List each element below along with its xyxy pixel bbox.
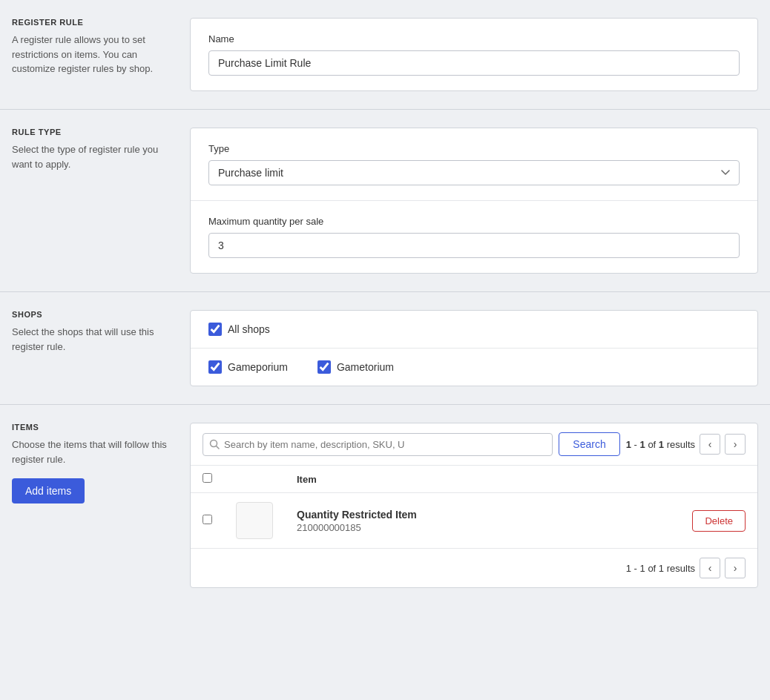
header-item-col: Item xyxy=(285,466,593,493)
max-qty-label: Maximum quantity per sale xyxy=(208,216,740,227)
individual-shops-block: Gameporium Gametorium xyxy=(191,349,757,386)
item-sku: 210000000185 xyxy=(297,522,581,533)
search-bar: Search 1 - 1 of 1 results ‹ › xyxy=(191,423,757,466)
table-header: Item xyxy=(191,466,757,493)
table-row: Quantity Restricted Item 210000000185 De… xyxy=(191,493,757,549)
row-checkbox[interactable] xyxy=(203,515,212,524)
search-button[interactable]: Search xyxy=(559,432,619,456)
next-page-button[interactable]: › xyxy=(725,434,746,455)
row-action-cell: Delete xyxy=(593,493,757,549)
pagination-text: 1 - 1 of 1 results xyxy=(626,439,695,450)
rule-type-card: Type Purchase limit Minimum quantity Max… xyxy=(190,128,758,274)
svg-line-1 xyxy=(217,446,220,449)
rule-type-title: RULE TYPE xyxy=(12,128,172,136)
register-rule-section: REGISTER RULE A register rule allows you… xyxy=(0,0,770,110)
register-rule-left: REGISTER RULE A register rule allows you… xyxy=(12,18,190,91)
pagination-results: results xyxy=(667,439,695,450)
shop2-label: Gametorium xyxy=(337,361,394,373)
pagination-bold-start: 1 xyxy=(626,439,631,450)
footer-prev-page-button[interactable]: ‹ xyxy=(700,558,720,578)
footer-pagination: 1 - 1 of 1 results ‹ › xyxy=(191,548,757,587)
shops-left: SHOPS Select the shops that will use thi… xyxy=(12,310,190,386)
item-thumbnail xyxy=(236,502,273,539)
footer-next-page-button[interactable]: › xyxy=(725,558,746,578)
all-shops-checkbox[interactable] xyxy=(208,323,222,336)
shop1-checkbox[interactable] xyxy=(208,360,222,374)
select-all-checkbox[interactable] xyxy=(203,473,212,483)
header-checkbox-col xyxy=(191,466,224,493)
footer-bold-end: 1 xyxy=(640,563,645,574)
footer-pagination-text: 1 - 1 of 1 results xyxy=(626,563,695,574)
max-qty-input[interactable] xyxy=(208,233,740,258)
delete-button[interactable]: Delete xyxy=(692,510,746,532)
footer-results: results xyxy=(667,563,695,574)
table-body: Quantity Restricted Item 210000000185 De… xyxy=(191,493,757,549)
register-rule-title: REGISTER RULE xyxy=(12,18,172,27)
items-card: Search 1 - 1 of 1 results ‹ › xyxy=(190,423,758,588)
pagination-bold-end: 1 xyxy=(640,439,645,450)
item-name: Quantity Restricted Item xyxy=(297,509,581,521)
name-input[interactable] xyxy=(208,50,740,76)
shop1-label: Gameporium xyxy=(228,361,288,373)
name-field-block: Name xyxy=(191,19,757,90)
footer-dash: - xyxy=(634,563,640,574)
type-select[interactable]: Purchase limit Minimum quantity Maximum … xyxy=(208,160,740,185)
max-qty-field-block: Maximum quantity per sale xyxy=(191,201,757,273)
header-action-col xyxy=(593,466,757,493)
shops-section: SHOPS Select the shops that will use thi… xyxy=(0,292,770,405)
table-header-row: Item xyxy=(191,466,757,493)
pagination-dash: - xyxy=(634,439,640,450)
items-left: ITEMS Choose the items that will follow … xyxy=(12,423,190,588)
rule-type-desc: Select the type of register rule you wan… xyxy=(12,142,172,171)
rule-type-section: RULE TYPE Select the type of register ru… xyxy=(0,110,770,292)
shops-card: All shops Gameporium Gametorium xyxy=(190,310,758,386)
all-shops-block: All shops xyxy=(191,311,757,349)
shops-multi-row: Gameporium Gametorium xyxy=(208,360,740,374)
items-title: ITEMS xyxy=(12,423,172,432)
footer-of: of xyxy=(648,563,658,574)
register-rule-desc: A register rule allows you to set restri… xyxy=(12,33,172,76)
search-icon xyxy=(209,439,220,449)
shop2-row: Gametorium xyxy=(317,360,394,374)
items-section: ITEMS Choose the items that will follow … xyxy=(0,405,770,606)
top-pagination-info: 1 - 1 of 1 results ‹ › xyxy=(626,434,746,455)
register-rule-card: Name xyxy=(190,18,758,91)
items-table: Item Quantity Restricted Item xyxy=(191,466,757,548)
footer-total: 1 xyxy=(659,563,664,574)
row-checkbox-cell xyxy=(191,493,224,549)
header-thumb-col xyxy=(224,466,285,493)
items-desc: Choose the items that will follow this r… xyxy=(12,438,172,466)
shops-title: SHOPS xyxy=(12,310,172,319)
row-item-cell: Quantity Restricted Item 210000000185 xyxy=(285,493,593,549)
name-label: Name xyxy=(208,33,740,44)
add-items-button[interactable]: Add items xyxy=(12,478,85,503)
type-label: Type xyxy=(208,143,740,154)
footer-bold-start: 1 xyxy=(626,563,631,574)
search-input[interactable] xyxy=(224,434,546,455)
all-shops-row: All shops xyxy=(208,323,740,336)
shops-desc: Select the shops that will use this regi… xyxy=(12,325,172,354)
shop2-checkbox[interactable] xyxy=(317,360,331,374)
pagination-of: of xyxy=(648,439,658,450)
pagination-total: 1 xyxy=(659,439,664,450)
all-shops-label: All shops xyxy=(228,323,270,335)
page-container: REGISTER RULE A register rule allows you… xyxy=(0,0,770,606)
prev-page-button[interactable]: ‹ xyxy=(700,434,720,455)
rule-type-left: RULE TYPE Select the type of register ru… xyxy=(12,128,190,274)
row-thumbnail-cell xyxy=(224,493,285,549)
search-input-wrap xyxy=(203,433,553,456)
shop1-row: Gameporium xyxy=(208,360,288,374)
type-field-block: Type Purchase limit Minimum quantity Max… xyxy=(191,128,757,201)
